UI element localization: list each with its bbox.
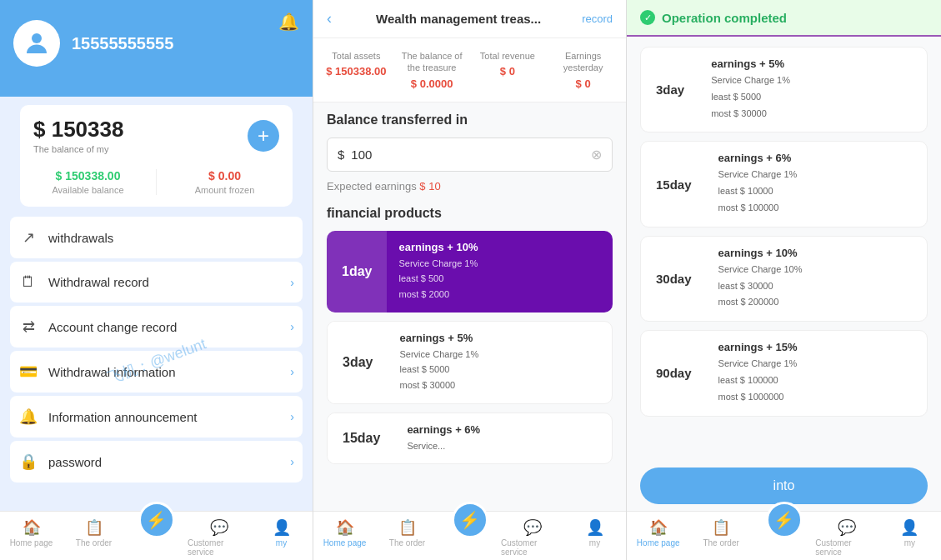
right-info-30: earnings + 10% Service Charge 10% least … <box>707 237 927 321</box>
left-nav-my[interactable]: 👤 my <box>250 518 313 557</box>
product-card-15day[interactable]: 15day earnings + 6% Service... <box>327 412 613 465</box>
left-nav-home[interactable]: 🏠 Home page <box>0 518 63 557</box>
mid-nav-customer[interactable]: 💬 Customer service <box>501 518 563 557</box>
lock-icon: 🔒 <box>18 452 38 471</box>
right-body: 3day earnings + 5% Service Charge 1% lea… <box>627 37 941 461</box>
right-my-icon: 👤 <box>900 518 918 537</box>
into-button[interactable]: into <box>640 468 928 504</box>
product-earnings-15: earnings + 6% <box>407 423 600 436</box>
right-day-30: 30day <box>641 237 707 321</box>
amount-input-row: $ ⊗ <box>327 138 613 172</box>
left-bottom-nav: 🏠 Home page 📋 The order ⚡ 💬 Customer ser… <box>0 511 313 560</box>
arrow-icon-3: › <box>290 365 294 378</box>
balance-label: The balance of my <box>33 144 123 154</box>
right-bottom-nav: 🏠 Home page 📋 The order ⚡ 💬 Customer ser… <box>627 511 941 560</box>
left-panel: 🔔 15555555555 $ 150338 The balance of my… <box>0 0 313 560</box>
right-detail-30: Service Charge 10% least $ 30000 most $ … <box>718 262 915 311</box>
product-info-1: earnings + 10% Service Charge 1% least $… <box>387 231 613 312</box>
bell-icon[interactable]: 🔔 <box>278 12 299 32</box>
record-icon: 🗒 <box>18 273 38 291</box>
arrow-icon-4: › <box>290 410 294 423</box>
stat-value-total-assets: $ 150338.00 <box>320 65 393 78</box>
right-center-flash-icon[interactable]: ⚡ <box>766 502 803 538</box>
menu-label-withdrawals: withdrawals <box>48 231 113 245</box>
right-product-30day[interactable]: 30day earnings + 10% Service Charge 10% … <box>640 236 928 322</box>
operation-completed-text: Operation completed <box>662 11 787 25</box>
right-day-3: 3day <box>641 48 699 132</box>
withdrawal-icon: ↗ <box>18 228 38 247</box>
right-earnings-30: earnings + 10% <box>718 247 915 259</box>
menu-label-withdrawal-record: Withdrawal record <box>48 275 149 289</box>
middle-panel: ‹ Wealth management treas... record Tota… <box>313 0 627 560</box>
left-nav-center[interactable]: ⚡ <box>125 518 188 557</box>
available-balance-label: Available balance <box>20 185 156 195</box>
expected-label: Expected earnings <box>327 180 417 192</box>
expected-row: Expected earnings $ 10 <box>327 180 613 192</box>
stat-total-assets: Total assets $ 150338.00 <box>320 50 393 90</box>
announcement-icon: 🔔 <box>18 408 38 426</box>
right-info-90: earnings + 15% Service Charge 1% least $… <box>707 331 927 415</box>
mid-home-icon: 🏠 <box>336 518 354 537</box>
menu-item-withdrawals[interactable]: ↗ withdrawals <box>10 217 303 258</box>
mid-header: ‹ Wealth management treas... record <box>313 0 626 38</box>
product-day-3: 3day <box>328 322 388 403</box>
amount-input[interactable] <box>351 148 591 162</box>
arrow-icon-5: › <box>290 455 294 468</box>
svg-point-0 <box>32 33 42 43</box>
mid-center-flash-icon[interactable]: ⚡ <box>452 502 488 538</box>
right-detail-15: Service Charge 1% least $ 10000 most $ 1… <box>718 167 915 216</box>
stat-value-balance-treasure: $ 0.0000 <box>396 78 468 90</box>
right-product-15day[interactable]: 15day earnings + 6% Service Charge 1% le… <box>640 141 928 227</box>
menu-label-account-change: Account change record <box>48 320 177 334</box>
plus-button[interactable]: + <box>248 120 279 152</box>
mid-nav-order[interactable]: 📋 The order <box>376 518 438 557</box>
menu-item-withdrawal-record[interactable]: 🗒 Withdrawal record › <box>10 262 303 302</box>
mid-my-icon: 👤 <box>586 518 604 537</box>
left-nav-customer[interactable]: 💬 Customer service <box>188 518 250 557</box>
right-nav-center[interactable]: ⚡ <box>753 518 815 557</box>
right-product-3day[interactable]: 3day earnings + 5% Service Charge 1% lea… <box>640 47 928 132</box>
back-button[interactable]: ‹ <box>327 10 335 28</box>
nav-label-customer: Customer service <box>188 538 250 557</box>
right-nav-order[interactable]: 📋 The order <box>689 518 752 557</box>
mid-nav-my[interactable]: 👤 my <box>563 518 626 557</box>
menu-item-info-announcement[interactable]: 🔔 Information announcement › <box>10 396 303 438</box>
clear-button[interactable]: ⊗ <box>591 147 602 162</box>
mid-title: Wealth management treas... <box>342 12 575 26</box>
dollar-sign: $ <box>338 148 344 162</box>
product-detail-1: Service Charge 1% least $ 500 most $ 200… <box>398 256 601 302</box>
stats-row: Total assets $ 150338.00 The balance of … <box>313 38 626 102</box>
mid-order-icon: 📋 <box>398 518 417 537</box>
right-nav-home[interactable]: 🏠 Home page <box>627 518 689 557</box>
expected-amount: $ 10 <box>419 180 440 192</box>
product-card-3day[interactable]: 3day earnings + 5% Service Charge 1% lea… <box>327 321 613 404</box>
frozen-amount-item: $ 0.00 Amount frozen <box>156 169 293 195</box>
mid-nav-center[interactable]: ⚡ <box>438 518 501 557</box>
right-detail-3: Service Charge 1% least $ 5000 most $ 30… <box>711 72 915 122</box>
right-customer-icon: 💬 <box>838 518 856 537</box>
center-flash-icon[interactable]: ⚡ <box>138 502 175 538</box>
product-detail-15: Service... <box>407 438 600 454</box>
product-card-1day[interactable]: 1day earnings + 10% Service Charge 1% le… <box>327 231 613 312</box>
menu-list: 飞机：@welunt ↗ withdrawals 🗒 Withdrawal re… <box>0 210 313 511</box>
product-earnings-1: earnings + 10% <box>398 241 601 253</box>
right-earnings-15: earnings + 6% <box>718 152 915 164</box>
left-nav-order[interactable]: 📋 The order <box>63 518 125 557</box>
product-day-1: 1day <box>327 231 387 312</box>
menu-item-password[interactable]: 🔒 password › <box>10 441 303 482</box>
menu-label-announcement: Information announcement <box>48 410 197 424</box>
right-product-90day[interactable]: 90day earnings + 15% Service Charge 1% l… <box>640 330 928 416</box>
mid-nav-home[interactable]: 🏠 Home page <box>313 518 376 557</box>
products-section-title: financial products <box>327 206 613 221</box>
menu-item-withdrawal-info[interactable]: 💳 Withdrawal information › <box>10 351 303 392</box>
right-nav-label-home: Home page <box>637 538 680 548</box>
record-link[interactable]: record <box>582 12 613 25</box>
menu-item-account-change[interactable]: ⇄ Account change record › <box>10 306 303 348</box>
mid-nav-label-customer: Customer service <box>501 538 563 557</box>
stat-total-revenue: Total revenue $ 0 <box>472 50 544 90</box>
right-info-15: earnings + 6% Service Charge 1% least $ … <box>707 142 927 226</box>
product-info-3: earnings + 5% Service Charge 1% least $ … <box>388 322 612 403</box>
available-balance-item: $ 150338.00 Available balance <box>20 169 156 195</box>
right-nav-my[interactable]: 👤 my <box>878 518 941 557</box>
right-nav-customer[interactable]: 💬 Customer service <box>815 518 878 557</box>
